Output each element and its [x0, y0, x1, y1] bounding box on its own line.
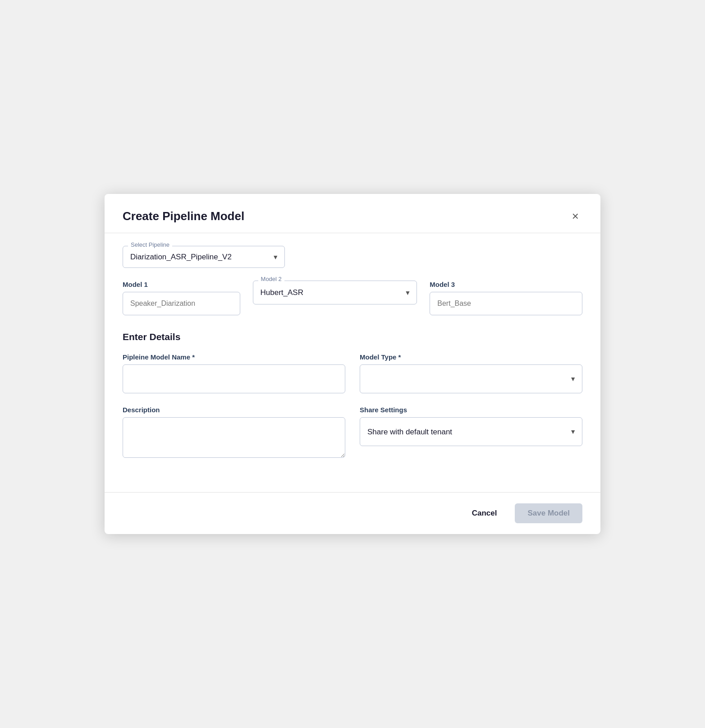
model-type-select[interactable] — [360, 364, 582, 393]
share-settings-select[interactable]: Share with default tenant Share with all… — [360, 417, 582, 446]
form-row-2: Description Share Settings Share with de… — [123, 406, 582, 458]
model2-floating-label: Model 2 — [258, 276, 284, 282]
models-row: Model 1 Model 2 Hubert_ASR ▼ Model 3 — [123, 281, 582, 315]
model3-input[interactable] — [430, 292, 582, 315]
create-pipeline-modal: Create Pipeline Model × Select Pipeline … — [105, 194, 600, 534]
modal-header: Create Pipeline Model × — [105, 194, 600, 233]
cancel-button[interactable]: Cancel — [461, 503, 508, 523]
details-section-title: Enter Details — [123, 332, 582, 342]
pipeline-select-wrapper: Select Pipeline Diarization_ASR_Pipeline… — [123, 246, 285, 268]
share-settings-select-wrapper: Share with default tenant Share with all… — [360, 417, 582, 446]
description-col: Description — [123, 406, 345, 458]
share-settings-col: Share Settings Share with default tenant… — [360, 406, 582, 458]
description-label: Description — [123, 406, 345, 414]
model2-field: Model 2 Hubert_ASR ▼ — [253, 281, 417, 304]
pipeline-floating-label: Select Pipeline — [128, 241, 172, 248]
pipeline-model-name-input[interactable] — [123, 364, 345, 393]
model-type-select-wrapper: ▼ — [360, 364, 582, 393]
model2-select-wrapper: Model 2 Hubert_ASR ▼ — [253, 281, 417, 304]
pipeline-model-name-label: Pipleine Model Name * — [123, 353, 345, 361]
model2-select[interactable]: Hubert_ASR — [253, 281, 417, 304]
modal-footer: Cancel Save Model — [105, 493, 600, 534]
modal-body: Select Pipeline Diarization_ASR_Pipeline… — [105, 246, 600, 470]
share-settings-label: Share Settings — [360, 406, 582, 414]
model1-input[interactable] — [123, 292, 240, 315]
form-row-1: Pipleine Model Name * Model Type * ▼ — [123, 353, 582, 393]
model3-field: Model 3 — [430, 281, 582, 315]
pipeline-select-container: Select Pipeline Diarization_ASR_Pipeline… — [123, 246, 582, 268]
header-divider — [105, 233, 600, 233]
modal-title: Create Pipeline Model — [123, 209, 244, 223]
pipeline-select[interactable]: Diarization_ASR_Pipeline_V2 — [123, 246, 285, 268]
model-type-label: Model Type * — [360, 353, 582, 361]
model3-label: Model 3 — [430, 281, 582, 288]
model-type-col: Model Type * ▼ — [360, 353, 582, 393]
save-model-button[interactable]: Save Model — [515, 503, 582, 523]
model1-field: Model 1 — [123, 281, 240, 315]
pipeline-model-name-col: Pipleine Model Name * — [123, 353, 345, 393]
model1-label: Model 1 — [123, 281, 240, 288]
close-button[interactable]: × — [568, 208, 582, 224]
description-input[interactable] — [123, 417, 345, 458]
